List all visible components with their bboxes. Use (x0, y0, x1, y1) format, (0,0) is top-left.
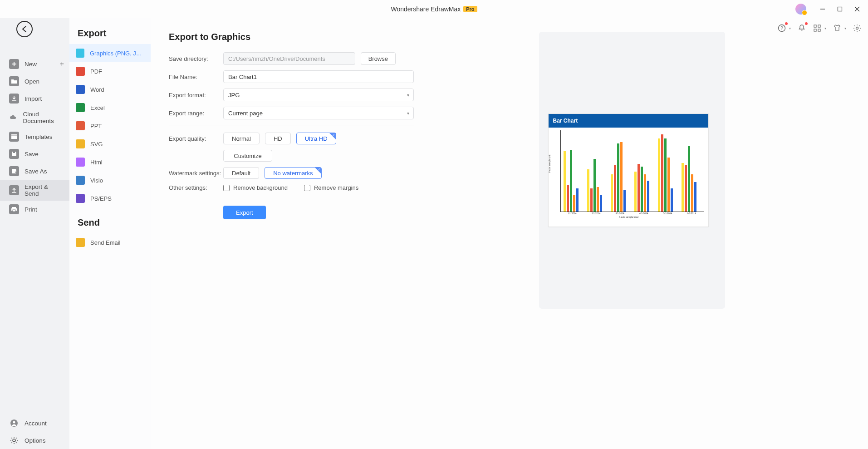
quality-hd-button[interactable]: HD (265, 133, 291, 144)
format-item-label: PPT (90, 123, 102, 129)
pro-badge: Pro (463, 6, 477, 12)
format-item-pdf[interactable]: PDF (69, 62, 151, 80)
minimize-button[interactable] (815, 2, 830, 16)
svg-text:?: ? (780, 26, 783, 31)
chart-x-tick: 2/1/2014 (584, 212, 608, 215)
nav-item-label: Open (25, 78, 39, 85)
svg-point-22 (13, 439, 15, 442)
nav-item-new[interactable]: New+ (0, 55, 69, 73)
format-item-ps-eps[interactable]: PS/EPS (69, 189, 151, 207)
chart-x-tick: 1/1/2014 (560, 212, 584, 215)
chart-y-label: Y-axis sample unit (548, 155, 551, 173)
nav-item-templates[interactable]: Templates (0, 128, 69, 145)
main-content: Export to Graphics Save directory: Brows… (151, 18, 868, 449)
format-item-word[interactable]: Word (69, 80, 151, 99)
chart-bar-group (682, 146, 701, 212)
remove-margins-checkbox[interactable]: Remove margins (304, 184, 358, 191)
save-as-icon (9, 166, 19, 176)
export-range-select[interactable]: Current page (223, 107, 414, 119)
file-type-icon (76, 103, 85, 112)
export-button[interactable]: Export (223, 206, 266, 219)
chart-bar-group (611, 142, 630, 212)
chart-bar (658, 138, 660, 212)
export-quality-label: Export quality: (169, 135, 223, 142)
nav-item-export-send[interactable]: Export & Send (0, 180, 69, 201)
chart-bar (685, 165, 687, 212)
close-button[interactable] (850, 2, 864, 16)
nav-sidebar: New+OpenImportCloud DocumentsTemplatesSa… (0, 18, 69, 449)
format-item-label: Graphics (PNG, JPG et... (90, 50, 144, 57)
watermark-default-button[interactable]: Default (223, 167, 259, 179)
export-format-select[interactable]: JPG (223, 89, 414, 101)
chart-bar (682, 163, 684, 212)
nav-item-options[interactable]: Options (0, 432, 69, 449)
window-controls (795, 0, 864, 18)
chart-bar (567, 185, 569, 212)
gear-icon[interactable] (853, 24, 862, 33)
chart-bar (590, 188, 593, 212)
file-type-icon (76, 85, 85, 94)
format-item-svg[interactable]: SVG (69, 135, 151, 153)
chart-x-tick: 3/1/2014 (608, 212, 632, 215)
bell-icon[interactable] (797, 24, 806, 33)
file-name-input[interactable] (223, 70, 414, 83)
file-type-icon (76, 238, 85, 247)
cloud-icon (9, 113, 18, 123)
chart-bar (634, 172, 637, 212)
preview-area: Bar Chart Y-axis sample unit 1/1/20142/1… (414, 32, 850, 435)
nav-item-open[interactable]: Open (0, 73, 69, 90)
nav-item-label: Import (25, 95, 42, 102)
nav-item-label: Print (25, 206, 37, 213)
save-dir-input[interactable] (223, 52, 355, 65)
format-item-ppt[interactable]: PPT (69, 117, 151, 135)
watermark-none-button[interactable]: No watermarks (265, 167, 321, 179)
export-formats-panel: Export Graphics (PNG, JPG et...PDFWordEx… (69, 18, 151, 449)
nav-item-cloud-documents[interactable]: Cloud Documents (0, 107, 69, 128)
chart-bar (593, 159, 596, 212)
format-item-html[interactable]: Html (69, 153, 151, 171)
chart-bar (671, 188, 673, 212)
help-icon[interactable]: ? (777, 24, 786, 33)
account-icon (9, 418, 19, 428)
file-type-icon (76, 121, 85, 130)
nav-item-label: Templates (25, 133, 53, 140)
chart-bar (573, 195, 575, 212)
browse-button[interactable]: Browse (361, 52, 396, 65)
chart-bar (576, 188, 579, 212)
format-item-excel[interactable]: Excel (69, 99, 151, 117)
chevron-down-icon[interactable]: ▾ (824, 26, 826, 30)
plus-icon[interactable]: + (60, 60, 64, 68)
shirt-icon[interactable] (833, 24, 842, 33)
chart-bar (641, 167, 643, 212)
chevron-down-icon[interactable]: ▾ (844, 26, 846, 30)
nav-item-account[interactable]: Account (0, 414, 69, 432)
maximize-button[interactable] (833, 2, 847, 16)
export-form: Export to Graphics Save directory: Brows… (169, 32, 414, 435)
chart-x-label: X-axis sample label (554, 216, 704, 218)
avatar[interactable] (795, 4, 806, 15)
nav-item-label: Save As (25, 168, 47, 175)
format-item-send-email[interactable]: Send Email (69, 233, 151, 252)
nav-item-label: New (25, 61, 37, 68)
nav-item-save-as[interactable]: Save As (0, 163, 69, 180)
quality-ultrahd-button[interactable]: Ultra HD (296, 133, 336, 144)
back-button[interactable] (16, 21, 33, 37)
quality-normal-button[interactable]: Normal (223, 133, 260, 144)
nav-item-label: Save (25, 151, 39, 158)
nav-item-import[interactable]: Import (0, 90, 69, 107)
export-format-label: Export format: (169, 92, 223, 99)
format-item-graphics-png-jpg-et-[interactable]: Graphics (PNG, JPG et... (69, 44, 151, 62)
chart-bar (691, 174, 693, 212)
nav-item-save[interactable]: Save (0, 145, 69, 163)
format-item-visio[interactable]: Visio (69, 171, 151, 189)
chevron-down-icon[interactable]: ▾ (789, 26, 791, 30)
preview-card: Bar Chart Y-axis sample unit 1/1/20142/1… (548, 113, 709, 227)
grid-icon[interactable] (813, 24, 822, 33)
quality-customize-button[interactable]: Customize (223, 150, 272, 162)
nav-item-print[interactable]: Print (0, 201, 69, 218)
file-type-icon (76, 67, 85, 76)
chart-bar (664, 138, 667, 212)
remove-background-checkbox[interactable]: Remove background (223, 184, 288, 191)
svg-rect-9 (814, 29, 816, 31)
chart-x-tick: 6/1/2014 (680, 212, 704, 215)
